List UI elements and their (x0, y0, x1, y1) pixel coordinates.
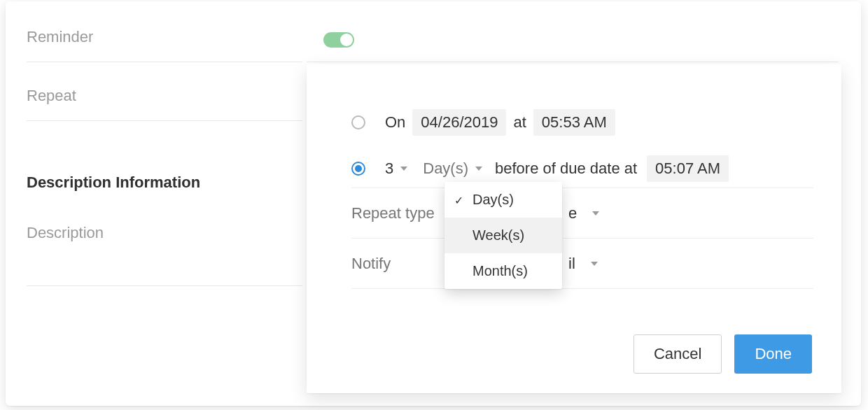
left-column: Reminder (27, 28, 293, 53)
chevron-down-icon (400, 167, 407, 171)
popover-button-row: Cancel Done (634, 334, 812, 374)
chevron-down-icon (592, 211, 599, 215)
reminder-option-on-row: On 04/26/2019 at 05:53 AM (351, 109, 813, 136)
divider (307, 62, 839, 62)
unit-option-label: Month(s) (472, 263, 528, 278)
divider (27, 120, 302, 121)
time-before-field[interactable]: 05:07 AM (647, 155, 729, 182)
chevron-down-icon (591, 262, 598, 266)
notify-value-tail: il (568, 255, 575, 273)
count-select[interactable]: 3 (385, 160, 407, 178)
count-value: 3 (385, 160, 393, 178)
divider (351, 288, 813, 289)
reminder-label: Reminder (27, 28, 93, 45)
unit-option-label: Day(s) (472, 192, 514, 207)
notify-row: Notify il (351, 255, 813, 273)
check-icon: ✓ (454, 193, 463, 206)
unit-option-days[interactable]: ✓ Day(s) (444, 182, 562, 218)
time-on-field[interactable]: 05:53 AM (533, 109, 615, 136)
toggle-knob (340, 34, 353, 46)
repeat-type-select[interactable]: e (568, 204, 599, 222)
unit-value: Day(s) (423, 160, 468, 178)
radio-on-date[interactable] (351, 115, 365, 129)
radio-before-due[interactable] (351, 162, 365, 176)
option-on-at: at (513, 113, 526, 132)
repeat-type-row: Repeat type e (351, 204, 813, 222)
section-heading: Description Information (27, 174, 200, 192)
option-on-prefix: On (385, 113, 405, 132)
repeat-type-value-tail: e (568, 204, 577, 222)
unit-select[interactable]: Day(s) (423, 160, 482, 178)
divider (351, 238, 813, 239)
reminder-option-before-row: 3 Day(s) before of due date at 05:07 AM (351, 155, 813, 182)
divider (351, 188, 813, 188)
unit-option-label: Week(s) (472, 227, 524, 243)
done-button[interactable]: Done (734, 334, 812, 374)
before-suffix: before of due date at (495, 160, 637, 178)
unit-option-weeks[interactable]: Week(s) (444, 218, 562, 253)
form-card: Reminder Repeat Description Information … (6, 1, 861, 406)
reminder-toggle[interactable] (323, 32, 354, 48)
chevron-down-icon (475, 167, 482, 171)
divider (27, 62, 302, 62)
unit-dropdown: ✓ Day(s) Week(s) Month(s) (444, 182, 562, 289)
repeat-label: Repeat (27, 87, 76, 105)
description-label: Description (27, 224, 104, 242)
date-field[interactable]: 04/26/2019 (412, 109, 506, 136)
reminder-popover: On 04/26/2019 at 05:53 AM 3 Day(s) befor… (307, 64, 841, 393)
unit-option-months[interactable]: Month(s) (444, 253, 562, 289)
notify-select[interactable]: il (568, 255, 598, 273)
divider (27, 285, 302, 286)
cancel-button[interactable]: Cancel (634, 334, 722, 374)
